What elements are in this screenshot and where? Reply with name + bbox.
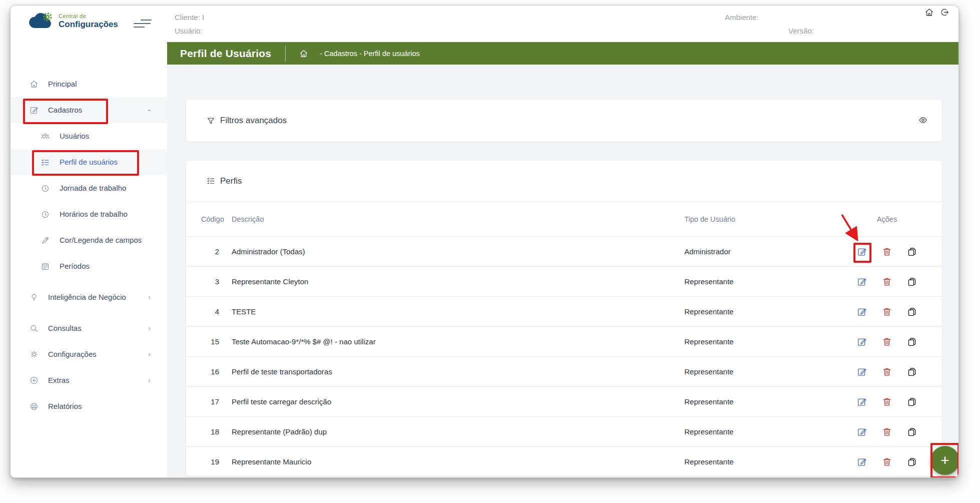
trash-icon: [881, 426, 892, 437]
sidebar-item-label: Períodos: [60, 261, 90, 271]
delete-button[interactable]: [881, 276, 892, 287]
delete-button[interactable]: [881, 246, 892, 257]
lightbulb-icon: [29, 292, 39, 302]
chevron-right-icon: [146, 294, 153, 301]
sidebar: Principal Cadastros Usuários Perfil de u…: [11, 42, 167, 477]
logout-icon: [939, 7, 950, 18]
cell-type: Administrador: [684, 247, 834, 256]
duplicate-button[interactable]: [906, 246, 917, 257]
sidebar-item-inteligencia-de-negocio[interactable]: Inteligência de Negócio: [11, 279, 167, 315]
delete-button[interactable]: [881, 426, 892, 437]
edit-button[interactable]: [856, 246, 867, 257]
duplicate-button[interactable]: [906, 336, 917, 347]
copy-icon: [906, 276, 917, 287]
edit-icon: [856, 426, 867, 437]
edit-button[interactable]: [856, 426, 867, 437]
sidebar-item-label: Inteligência de Negócio: [48, 292, 131, 302]
sidebar-item-extras[interactable]: Extras: [11, 367, 167, 393]
sidebar-item-consultas[interactable]: Consultas: [11, 315, 167, 341]
delete-button[interactable]: [881, 366, 892, 377]
row-actions: [847, 456, 927, 467]
edit-icon: [856, 456, 867, 467]
edit-icon: [856, 396, 867, 407]
filters-title: Filtros avançados: [220, 116, 287, 126]
sidebar-item-label: Extras: [48, 375, 70, 385]
cell-description: Teste Automacao-9*/*% $# @! - nao utiliz…: [232, 337, 672, 346]
checklist-icon: [41, 158, 50, 167]
titlebar-divider: [285, 46, 286, 62]
cell-code: 15: [201, 337, 219, 346]
sidebar-item-label: Jornada de trabalho: [60, 183, 126, 193]
cell-type: Representante: [684, 457, 834, 466]
edit-button[interactable]: [856, 396, 867, 407]
advanced-filters-panel[interactable]: Filtros avançados: [186, 100, 942, 142]
logo-text: Central de Configurações: [59, 13, 118, 30]
sidebar-item-usuarios[interactable]: Usuários: [11, 123, 167, 149]
delete-button[interactable]: [881, 336, 892, 347]
duplicate-button[interactable]: [906, 366, 917, 377]
add-profile-fab[interactable]: +: [930, 446, 959, 475]
edit-button[interactable]: [856, 306, 867, 317]
sidebar-item-configuracoes[interactable]: Configurações: [11, 341, 167, 367]
duplicate-button[interactable]: [906, 456, 917, 467]
cell-code: 2: [201, 247, 219, 256]
delete-button[interactable]: [881, 306, 892, 317]
sidebar-item-label: Principal: [48, 79, 77, 89]
sidebar-item-jornada-de-trabalho[interactable]: Jornada de trabalho: [11, 175, 167, 201]
home-icon: [29, 79, 39, 89]
sidebar-item-relatorios[interactable]: Relatórios: [11, 393, 167, 419]
column-header-descricao: Descrição: [232, 215, 672, 223]
cell-type: Representante: [684, 397, 834, 406]
logo-line1: Central de: [59, 13, 118, 19]
breadcrumb-home-icon[interactable]: [299, 49, 309, 59]
client-field: Cliente: I: [175, 13, 204, 22]
cell-type: Representante: [684, 337, 834, 346]
edit-button[interactable]: [856, 276, 867, 287]
top-header: Central de Configurações Cliente: I Usuá…: [11, 6, 958, 42]
breadcrumb: - Cadastros - Perfil de usuários: [320, 50, 420, 58]
trash-icon: [881, 276, 892, 287]
edit-icon: [856, 276, 867, 287]
edit-button[interactable]: [856, 456, 867, 467]
sidebar-item-horarios-de-trabalho[interactable]: Horários de trabalho: [11, 201, 167, 227]
cell-code: 3: [201, 277, 219, 286]
row-actions: [847, 396, 927, 407]
duplicate-button[interactable]: [906, 306, 917, 317]
sidebar-item-cadastros[interactable]: Cadastros: [11, 97, 167, 123]
sidebar-item-principal[interactable]: Principal: [11, 71, 167, 97]
cloud-gear-logo-icon: [29, 12, 55, 30]
edit-button[interactable]: [856, 336, 867, 347]
sidebar-item-label: Usuários: [60, 131, 89, 141]
menu-toggle-button[interactable]: [134, 19, 152, 29]
sidebar-item-label: Relatórios: [48, 401, 82, 411]
sidebar-item-label: Cor/Legenda de campos: [60, 235, 142, 245]
sidebar-item-label: Configurações: [48, 349, 97, 359]
delete-button[interactable]: [881, 456, 892, 467]
calendar-icon: [41, 262, 50, 271]
row-actions: [847, 276, 927, 287]
toggle-visibility-button[interactable]: [917, 115, 929, 127]
trash-icon: [881, 456, 892, 467]
row-actions: [847, 426, 927, 437]
copy-icon: [906, 456, 917, 467]
duplicate-button[interactable]: [906, 396, 917, 407]
duplicate-button[interactable]: [906, 276, 917, 287]
home-button[interactable]: [923, 7, 935, 19]
logout-button[interactable]: [938, 7, 950, 19]
sidebar-item-cor-legenda-de-campos[interactable]: Cor/Legenda de campos: [11, 227, 167, 253]
window-actions: [923, 7, 950, 19]
duplicate-button[interactable]: [906, 426, 917, 437]
sidebar-item-perfil-de-usuarios[interactable]: Perfil de usuários: [11, 149, 167, 175]
edit-button[interactable]: [856, 366, 867, 377]
delete-button[interactable]: [881, 396, 892, 407]
version-field: Versão:: [788, 27, 814, 35]
cell-type: Representante: [684, 307, 834, 316]
trash-icon: [881, 246, 892, 257]
environment-label: Ambiente:: [725, 13, 759, 22]
copy-icon: [906, 306, 917, 317]
edit-icon: [856, 246, 867, 257]
cell-code: 16: [201, 367, 219, 376]
sidebar-item-periodos[interactable]: Períodos: [11, 253, 167, 279]
page-titlebar: Perfil de Usuários - Cadastros - Perfil …: [167, 42, 958, 65]
copy-icon: [906, 246, 917, 257]
